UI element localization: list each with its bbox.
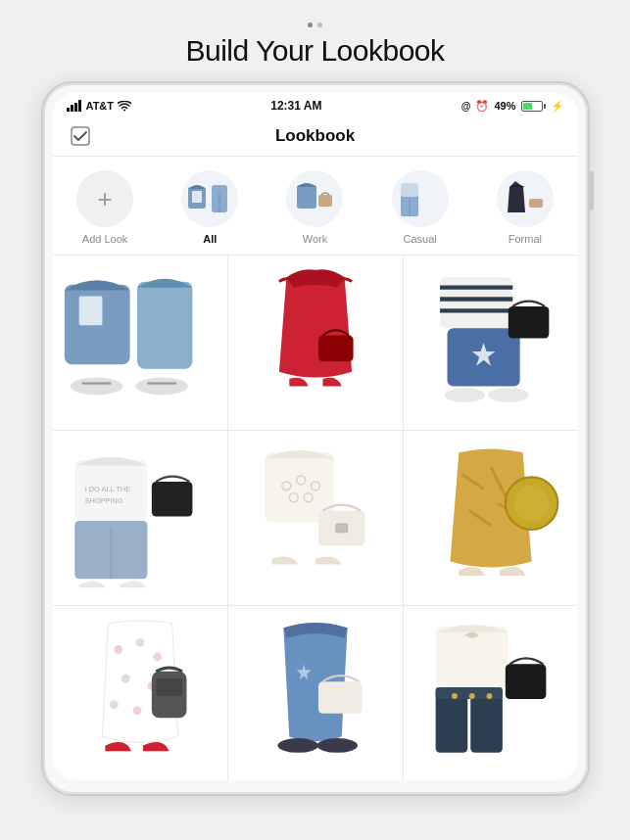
svg-point-71 [468,693,474,699]
svg-point-52 [114,645,122,654]
dot-2 [317,23,322,27]
outfit-grid: I DO ALL THE SHOPPING [53,256,578,780]
svg-rect-60 [156,678,182,696]
svg-point-64 [277,738,318,753]
svg-rect-13 [401,183,418,197]
svg-text:SHOPPING: SHOPPING [84,496,122,505]
indicator-dots [308,18,322,30]
svg-point-55 [121,675,129,683]
battery-percent: 49% [494,100,515,112]
all-circle [181,170,238,227]
svg-rect-69 [435,687,502,699]
checkbox-icon[interactable] [67,122,94,150]
add-look-label: Add Look [82,233,127,245]
svg-rect-1 [71,105,73,112]
tablet-device: AT&T 12:31 AM @ ⏰ 49% [41,81,590,796]
category-formal[interactable]: Formal [491,170,559,245]
all-outfit-svg [184,173,235,224]
svg-point-53 [135,638,144,647]
page-wrapper: Build Your Lookbook AT&T [0,0,630,796]
outfit-cell-3[interactable] [404,256,578,430]
outfit-4-svg: I DO ALL THE SHOPPING [53,431,227,605]
page-title: Build Your Lookbook [185,34,444,68]
svg-rect-16 [78,297,102,326]
svg-rect-37 [151,482,192,517]
svg-rect-73 [505,664,546,699]
status-left: AT&T [67,100,132,112]
nav-bar: Lookbook [53,117,578,157]
svg-point-30 [444,388,485,402]
svg-rect-29 [508,306,549,339]
svg-rect-14 [529,199,543,208]
status-right: @ ⏰ 49% ⚡ [461,100,564,113]
casual-circle [392,170,449,227]
outfit-cell-5[interactable] [228,431,403,605]
casual-label: Casual [404,233,437,245]
status-bar: AT&T 12:31 AM @ ⏰ 49% [53,93,578,117]
svg-point-70 [451,693,457,699]
outfit-2-svg [228,256,403,430]
outfit-5-svg [228,431,403,605]
outfit-cell-7[interactable] [53,606,227,780]
work-outfit-svg [289,173,340,224]
battery-icon [521,101,546,112]
svg-rect-10 [318,195,332,207]
dot-1 [308,23,313,27]
svg-rect-2 [74,103,77,112]
category-all[interactable]: All [175,170,244,245]
outfit-cell-1[interactable] [53,256,227,430]
svg-point-51 [513,486,549,521]
svg-rect-23 [440,277,512,328]
nav-checkbox-svg [70,125,91,147]
carrier-label: AT&T [86,100,115,112]
time-display: 12:31 AM [270,99,321,113]
plus-icon: + [98,186,113,211]
formal-circle [497,170,554,227]
outfit-cell-9[interactable] [404,606,578,780]
svg-point-19 [135,378,187,396]
category-row: + Add Look [53,157,578,256]
outfit-8-svg [228,606,403,780]
category-casual[interactable]: Casual [386,170,455,245]
svg-rect-17 [137,282,192,369]
svg-point-54 [153,652,162,661]
outfit-7-svg [53,606,227,780]
outfit-3-svg [404,256,578,430]
outfit-cell-8[interactable] [228,606,403,780]
outfit-1-svg [53,256,227,430]
all-label: All [203,233,217,245]
formal-label: Formal [509,233,542,245]
alarm-icon: ⏰ [475,100,489,113]
svg-point-57 [109,700,118,709]
svg-point-31 [488,388,529,402]
svg-text:I DO ALL THE: I DO ALL THE [84,485,130,493]
svg-rect-3 [78,100,81,112]
svg-rect-9 [297,185,316,209]
svg-rect-6 [192,191,202,203]
outfit-6-svg [404,431,578,605]
outfit-cell-4[interactable]: I DO ALL THE SHOPPING [53,431,227,605]
wifi-icon [118,101,131,112]
svg-point-58 [132,706,141,715]
nav-right-placeholder [537,122,564,150]
charging-icon: ⚡ [551,100,564,113]
signal-icon [67,100,82,112]
formal-outfit-svg [500,173,551,224]
svg-point-72 [486,693,492,699]
outfit-cell-2[interactable] [228,256,403,430]
category-add-look[interactable]: + Add Look [71,170,139,245]
category-work[interactable]: Work [280,170,349,245]
casual-outfit-svg [395,173,446,224]
outfit-9-svg [404,606,578,780]
nav-title: Lookbook [275,126,355,146]
svg-rect-45 [335,524,347,533]
tablet-screen: AT&T 12:31 AM @ ⏰ 49% [53,93,578,780]
svg-point-65 [316,738,358,753]
add-look-circle: + [76,170,133,227]
svg-rect-22 [317,336,353,362]
svg-rect-0 [67,108,70,112]
svg-rect-63 [317,681,362,714]
work-label: Work [303,233,327,245]
outfit-cell-6[interactable] [404,431,578,605]
work-circle [286,170,343,227]
